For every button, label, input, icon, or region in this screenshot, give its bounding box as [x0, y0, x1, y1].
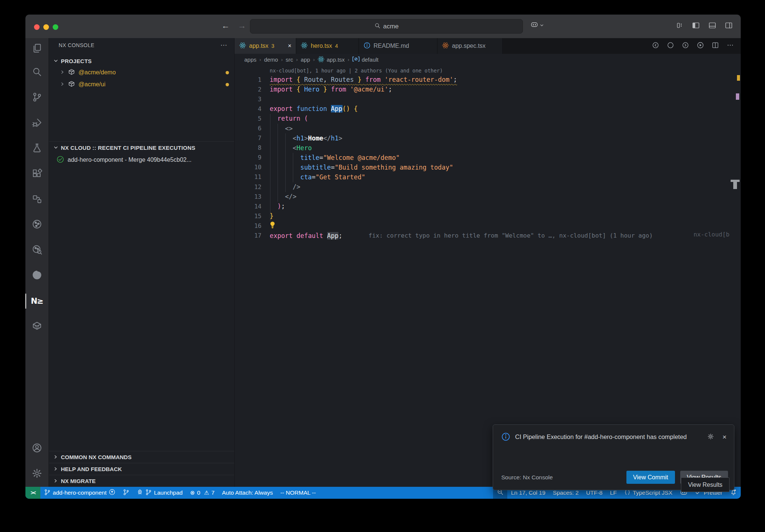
- status-auto-attach[interactable]: Auto Attach: Always: [218, 487, 276, 499]
- forward-arrow-icon[interactable]: →: [238, 21, 246, 31]
- indent-guide: [285, 133, 286, 192]
- indent-guide: [293, 153, 293, 182]
- activity-item-containers[interactable]: [25, 314, 49, 339]
- line-content: subtitle="Build something amazing today": [261, 164, 453, 171]
- section-common-nx-commands[interactable]: COMMON NX COMMANDS: [49, 451, 234, 463]
- line-number: 16: [235, 222, 261, 229]
- breadcrumb-separator: ›: [313, 57, 315, 62]
- activity-item-references[interactable]: [25, 187, 49, 212]
- lightbulb-icon[interactable]: [270, 222, 275, 230]
- section-nx-cloud[interactable]: NX CLOUD :: RECENT CI PIPELINE EXECUTION…: [49, 141, 234, 154]
- pipeline-execution-item[interactable]: add-hero-component - Merge 409b44e5cb02.…: [49, 154, 234, 166]
- activity-item-accounts[interactable]: [25, 436, 49, 461]
- circle-icon[interactable]: [667, 41, 674, 50]
- status-git-branch[interactable]: add-hero-component: [40, 487, 119, 499]
- activity-item-edge-browser[interactable]: [25, 263, 49, 288]
- status-launchpad[interactable]: Launchpad: [133, 487, 186, 499]
- nx-logo-icon: N≥: [31, 297, 43, 306]
- toggle-panel-icon[interactable]: [708, 21, 716, 30]
- git-branch-icon: [32, 92, 42, 104]
- line-number: 13: [235, 193, 261, 200]
- vscode-window: ← → acme N≥ NX CONSOLE ⋯: [25, 15, 741, 499]
- history-nav: ← →: [222, 21, 246, 31]
- line-content: }: [261, 212, 273, 220]
- minimize-window-button[interactable]: [43, 24, 49, 30]
- tab-app.tsx[interactable]: app.tsx3×: [235, 38, 296, 54]
- activity-item-search[interactable]: [25, 60, 49, 85]
- status-remote-indicator[interactable]: ><: [25, 487, 40, 499]
- activity-item-nx-cloud-inspect[interactable]: [25, 238, 49, 263]
- code-editor[interactable]: nx-cloud[bot], 1 hour ago | 2 authors (Y…: [235, 65, 741, 487]
- activity-item-run-and-debug[interactable]: [25, 111, 49, 136]
- tab-hero.tsx[interactable]: hero.tsx4: [296, 38, 359, 54]
- line-number: 7: [235, 134, 261, 142]
- branch-icon: [123, 489, 129, 497]
- status-vim-mode[interactable]: -- NORMAL --: [276, 487, 319, 499]
- section-help-and-feedback[interactable]: HELP AND FEEDBACK: [49, 463, 234, 475]
- activity-item-extensions[interactable]: [25, 161, 49, 187]
- sidebar-nx-console: NX CONSOLE ⋯ PROJECTS @acme/demo@acme/ui…: [49, 38, 235, 487]
- activity-item-settings[interactable]: [25, 461, 49, 487]
- indent-guide: [270, 114, 270, 221]
- toggle-sidebar-icon[interactable]: [692, 21, 700, 30]
- activity-item-source-control[interactable]: [25, 85, 49, 111]
- activity-bar: N≥: [25, 38, 49, 487]
- view-commit-button[interactable]: View Commit: [626, 471, 675, 484]
- tab-README.md[interactable]: README.md: [359, 38, 437, 54]
- editor-actions: [645, 38, 741, 54]
- breadcrumb-item-src[interactable]: src: [286, 56, 293, 63]
- notification-source: Source: Nx Console: [501, 474, 553, 481]
- activity-item-explorer[interactable]: [25, 38, 49, 60]
- extensions-icon: [32, 168, 42, 180]
- beaker-icon: [32, 143, 42, 155]
- package-icon: [68, 68, 75, 77]
- breadcrumb-item-apps[interactable]: apps: [244, 56, 257, 63]
- prev-change-icon[interactable]: [652, 41, 659, 50]
- activity-item-nx-cloud-graph[interactable]: [25, 212, 49, 238]
- line-number: 10: [235, 164, 261, 171]
- code-line-9: 9 title="Welcome @acme/demo": [235, 153, 741, 163]
- back-arrow-icon[interactable]: ←: [222, 21, 230, 31]
- code-line-14: 14 );: [235, 201, 741, 211]
- tab-label: app.spec.tsx: [452, 43, 486, 49]
- more-actions-icon[interactable]: ⋯: [220, 41, 227, 49]
- line-number: 1: [235, 76, 261, 83]
- customize-layout-icon[interactable]: [676, 22, 684, 29]
- line-number: 14: [235, 203, 261, 210]
- breadcrumb-item-demo[interactable]: demo: [264, 56, 278, 63]
- copilot-menu-button[interactable]: [530, 21, 544, 30]
- more-actions-icon[interactable]: [727, 41, 734, 50]
- maximize-window-button[interactable]: [53, 24, 58, 30]
- code-line-5: 5 return (: [235, 114, 741, 123]
- status-label: TypeScript JSX: [633, 489, 672, 496]
- breadcrumb-item-app[interactable]: app: [301, 56, 310, 63]
- section-projects[interactable]: PROJECTS: [49, 55, 234, 66]
- react-blue-icon: [318, 56, 325, 64]
- tab-app.spec.tsx[interactable]: app.spec.tsx: [437, 38, 503, 54]
- line-content: );: [261, 202, 285, 210]
- toggle-secondary-sidebar-icon[interactable]: [725, 21, 733, 30]
- traffic-lights: [34, 24, 58, 30]
- line-content: import { Route, Routes } from 'react-rou…: [261, 76, 457, 83]
- breadcrumb-item-app.tsx[interactable]: app.tsx: [318, 56, 344, 64]
- status-gitlens-branch[interactable]: [119, 487, 133, 499]
- line-content: <h1>Home</h1>: [261, 134, 343, 142]
- split-editor-icon[interactable]: [712, 41, 719, 50]
- activity-item-nx-console[interactable]: N≥: [25, 288, 49, 314]
- status-problems[interactable]: ⊗0⚠7: [186, 487, 218, 499]
- run-icon[interactable]: [697, 41, 704, 50]
- code-line-17: 17export default App;fix: correct typo i…: [235, 231, 741, 241]
- blame-header: nx-cloud[bot], 1 hour ago | 2 authors (Y…: [270, 68, 443, 74]
- code-line-6: 6 <>: [235, 123, 741, 133]
- close-window-button[interactable]: [34, 24, 40, 30]
- section-nx-migrate[interactable]: NX MIGRATE: [49, 475, 234, 487]
- activity-item-testing[interactable]: [25, 136, 49, 161]
- notification-close-icon[interactable]: ×: [722, 433, 727, 441]
- project-item[interactable]: @acme/demo: [49, 66, 234, 78]
- notification-settings-gear-icon[interactable]: [707, 433, 714, 442]
- next-change-icon[interactable]: [682, 41, 689, 50]
- command-center-search[interactable]: acme: [250, 19, 523, 34]
- project-item[interactable]: @acme/ui: [49, 78, 234, 90]
- close-tab-icon[interactable]: ×: [288, 43, 291, 49]
- breadcrumb-item-default[interactable]: default: [352, 56, 378, 63]
